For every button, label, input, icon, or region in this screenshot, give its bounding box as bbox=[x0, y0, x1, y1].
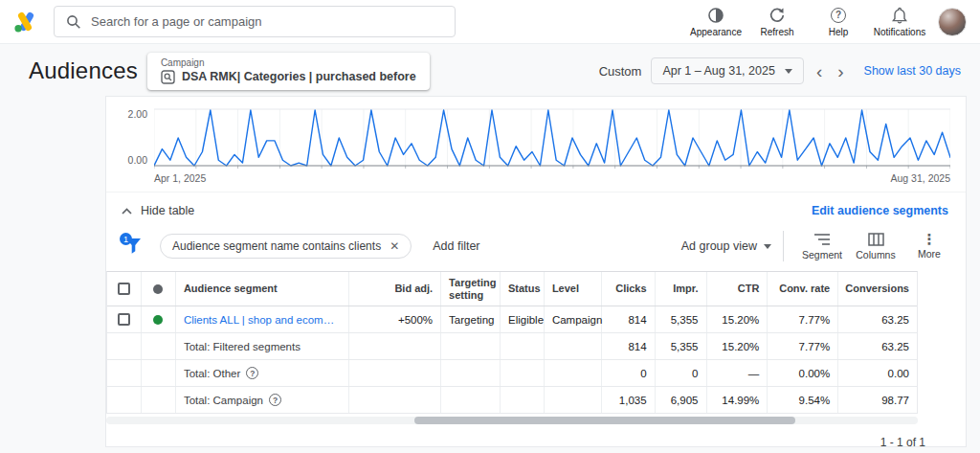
help-button[interactable]: ? Help bbox=[808, 6, 869, 37]
page-header: Audiences Campaign DSA RMK| Categories |… bbox=[0, 44, 980, 96]
notifications-label: Notifications bbox=[874, 27, 925, 37]
search-input[interactable] bbox=[91, 14, 443, 29]
empty-cell bbox=[349, 333, 441, 359]
chevron-down-icon bbox=[785, 69, 792, 74]
more-button[interactable]: ⋮ More bbox=[902, 233, 956, 260]
chip-close-icon[interactable]: ✕ bbox=[390, 239, 399, 253]
header-status[interactable]: Status bbox=[501, 272, 545, 306]
impr-cell: 5,355 bbox=[656, 306, 707, 332]
performance-chart-section: 2.00 0.00 Apr 1, 2025 Aug 31, 2025 bbox=[106, 97, 966, 193]
help-label: Help bbox=[829, 27, 849, 37]
pagination: 1 - 1 of 1 bbox=[106, 424, 966, 447]
impr-cell: 0 bbox=[656, 360, 707, 386]
segment-icon bbox=[813, 233, 831, 246]
empty-cell bbox=[142, 333, 176, 359]
empty-cell bbox=[349, 360, 441, 386]
segment-label: Segment bbox=[802, 249, 842, 260]
ctr-cell: 15.20% bbox=[707, 306, 768, 332]
appearance-icon bbox=[707, 6, 724, 24]
appearance-label: Appearance bbox=[690, 27, 742, 37]
conversions-cell: 63.25 bbox=[838, 306, 917, 332]
header-clicks[interactable]: Clicks bbox=[602, 272, 656, 306]
refresh-button[interactable]: Refresh bbox=[746, 6, 808, 37]
y-tick-max: 2.00 bbox=[112, 108, 147, 120]
account-avatar[interactable] bbox=[938, 8, 967, 36]
notifications-bell-icon bbox=[892, 6, 907, 24]
notifications-button[interactable]: Notifications bbox=[869, 6, 930, 37]
scrollbar-thumb[interactable] bbox=[414, 417, 795, 424]
total-other-row: Total: Other? 0 0 — 0.00% 0.00 bbox=[107, 360, 917, 387]
chart-x-axis: Apr 1, 2025 Aug 31, 2025 bbox=[154, 170, 950, 192]
show-last-30-days-link[interactable]: Show last 30 days bbox=[864, 64, 961, 78]
date-controls: Custom Apr 1 – Aug 31, 2025 ‹ › Show las… bbox=[599, 57, 961, 84]
total-filtered-row: Total: Filtered segments 814 5,355 15.20… bbox=[107, 333, 917, 360]
conv-rate-cell: 7.77% bbox=[768, 333, 838, 359]
level-cell: Campaign bbox=[545, 306, 602, 332]
audience-table: Audience segment Bid adj. Targeting sett… bbox=[106, 271, 918, 414]
topbar: Appearance Refresh ? Help Notifications bbox=[0, 0, 980, 44]
total-filtered-label: Total: Filtered segments bbox=[184, 341, 301, 352]
view-selector[interactable]: Ad group view bbox=[681, 239, 771, 253]
row-checkbox[interactable] bbox=[118, 313, 130, 326]
pagination-label: 1 - 1 of 1 bbox=[880, 436, 925, 447]
header-status-dot-cell bbox=[142, 272, 176, 306]
filter-chip[interactable]: Audience segment name contains clients ✕ bbox=[160, 234, 412, 259]
header-level[interactable]: Level bbox=[545, 272, 602, 306]
header-conv-rate[interactable]: Conv. rate bbox=[768, 272, 838, 306]
date-range-selector[interactable]: Apr 1 – Aug 31, 2025 bbox=[651, 57, 803, 84]
clicks-cell: 814 bbox=[602, 306, 656, 332]
empty-cell bbox=[441, 333, 501, 359]
audience-segment-link[interactable]: Clients ALL | shop and ecomm … bbox=[184, 314, 341, 326]
date-prev-button[interactable]: ‹ bbox=[813, 62, 825, 80]
date-next-button[interactable]: › bbox=[835, 62, 846, 80]
filter-chip-label: Audience segment name contains clients bbox=[172, 239, 381, 253]
appearance-button[interactable]: Appearance bbox=[685, 6, 746, 37]
empty-cell bbox=[349, 387, 441, 413]
chevron-down-icon bbox=[764, 244, 771, 249]
filter-bar: 1 Audience segment name contains clients… bbox=[106, 227, 966, 271]
x-label-start: Apr 1, 2025 bbox=[154, 172, 206, 184]
global-search[interactable] bbox=[54, 6, 456, 37]
ctr-cell: 15.20% bbox=[707, 333, 768, 359]
total-campaign-label: Total: Campaign bbox=[184, 395, 263, 406]
row-checkbox-cell bbox=[107, 306, 142, 332]
header-ctr[interactable]: CTR bbox=[707, 272, 768, 306]
audience-segment-cell: Clients ALL | shop and ecomm … bbox=[176, 306, 349, 332]
header-conversions[interactable]: Conversions bbox=[838, 272, 917, 306]
table-toggle-row: Hide table Edit audience segments bbox=[106, 193, 966, 227]
help-icon[interactable]: ? bbox=[246, 367, 258, 379]
header-checkbox-cell bbox=[107, 272, 142, 306]
chevron-up-icon bbox=[122, 208, 132, 215]
page-title: Audiences bbox=[29, 57, 138, 84]
header-impr[interactable]: Impr. bbox=[656, 272, 707, 306]
horizontal-scrollbar[interactable] bbox=[106, 417, 918, 424]
hide-table-button[interactable]: Hide table bbox=[122, 204, 194, 217]
clicks-cell: 1,035 bbox=[602, 387, 656, 413]
campaign-picker[interactable]: Campaign DSA RMK| Categories | purchased… bbox=[147, 53, 430, 90]
edit-audience-segments-link[interactable]: Edit audience segments bbox=[812, 204, 948, 217]
columns-button[interactable]: Columns bbox=[849, 233, 902, 260]
add-filter-button[interactable]: Add filter bbox=[433, 239, 479, 253]
google-ads-logo-icon[interactable] bbox=[13, 11, 38, 34]
select-all-checkbox[interactable] bbox=[118, 283, 130, 295]
targeting-setting-cell: Targeting bbox=[441, 306, 501, 332]
conversions-cell: 63.25 bbox=[838, 333, 917, 359]
impr-cell: 5,355 bbox=[656, 333, 707, 359]
header-bid-adj[interactable]: Bid adj. bbox=[349, 272, 441, 306]
empty-cell bbox=[107, 360, 142, 386]
clicks-cell: 814 bbox=[602, 333, 656, 359]
conv-rate-cell: 7.77% bbox=[768, 306, 838, 332]
empty-cell bbox=[545, 333, 602, 359]
impr-cell: 6,905 bbox=[656, 387, 707, 413]
total-label-cell: Total: Other? bbox=[176, 360, 349, 386]
x-label-end: Aug 31, 2025 bbox=[891, 172, 950, 184]
help-icon[interactable]: ? bbox=[269, 394, 281, 406]
empty-cell bbox=[501, 360, 545, 386]
header-targeting-setting[interactable]: Targeting setting bbox=[441, 272, 501, 306]
bid-adj-cell[interactable]: +500% bbox=[349, 306, 441, 332]
segment-button[interactable]: Segment bbox=[795, 233, 849, 260]
filter-funnel-button[interactable]: 1 bbox=[123, 236, 146, 257]
status-dot-filter-icon[interactable] bbox=[153, 284, 163, 294]
header-audience-segment[interactable]: Audience segment bbox=[176, 272, 349, 306]
columns-label: Columns bbox=[856, 249, 895, 260]
